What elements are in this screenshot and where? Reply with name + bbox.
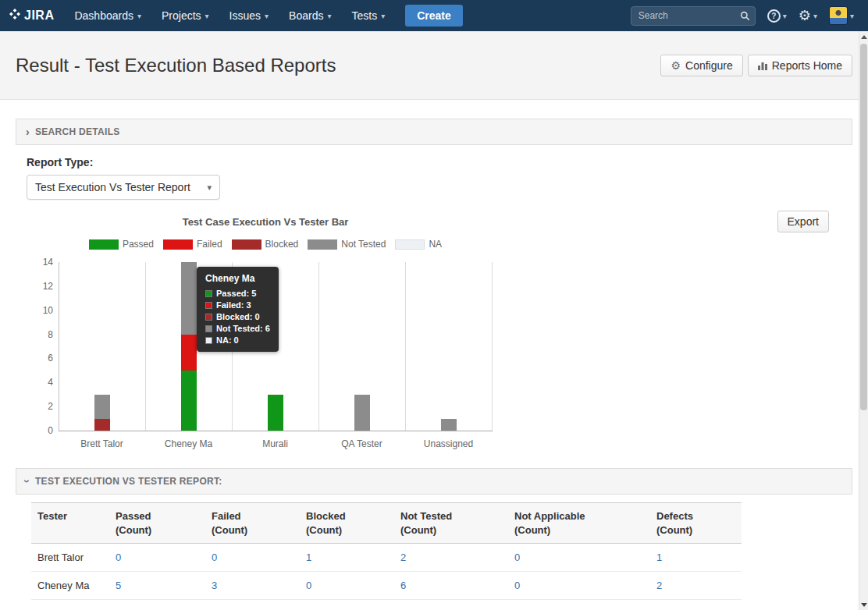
count-link[interactable]: 0 <box>306 580 311 591</box>
export-button[interactable]: Export <box>777 211 829 232</box>
bar-qa-tester-not-tested[interactable] <box>354 395 370 431</box>
chart-header: Test Case Execution Vs Tester Bar Export <box>16 211 852 236</box>
chevron-down-icon: ▾ <box>265 12 269 20</box>
legend-item-blocked: Blocked <box>232 239 299 250</box>
legend-swatch-not-tested <box>308 239 337 250</box>
legend-item-passed: Passed <box>89 239 154 250</box>
nav-item-projects[interactable]: Projects▾ <box>162 9 209 22</box>
help-menu[interactable]: ? ▾ <box>767 9 787 23</box>
reports-home-button[interactable]: Reports Home <box>748 55 852 76</box>
count-cell: 0 <box>205 600 300 610</box>
tooltip-row: Failed: 3 <box>205 300 270 310</box>
count-cell: 2 <box>650 572 742 600</box>
bar-unassigned-not-tested[interactable] <box>441 419 457 431</box>
column-header-label: Passed <box>116 509 199 523</box>
scrollbar-thumb[interactable] <box>860 44 867 410</box>
legend-item-failed: Failed <box>163 239 222 250</box>
chevron-down-icon: › <box>21 480 34 484</box>
y-axis-tick-label: 8 <box>22 329 53 340</box>
count-link[interactable]: 5 <box>116 580 121 591</box>
column-header-sub: (Count) <box>656 523 735 537</box>
count-link[interactable]: 1 <box>656 551 662 563</box>
tooltip-row: Passed: 5 <box>205 289 270 298</box>
nav-item-dashboards[interactable]: Dashboards▾ <box>74 9 141 22</box>
configure-button[interactable]: ⚙ Configure <box>660 55 742 76</box>
main-content: › SEARCH DETAILS Report Type: Test Execu… <box>0 119 868 610</box>
scrollbar-down-arrow-icon[interactable] <box>859 599 868 610</box>
tooltip-label: Failed: 3 <box>216 300 251 310</box>
count-cell: 0 <box>394 600 508 610</box>
nav-item-boards[interactable]: Boards▾ <box>289 9 331 22</box>
count-link[interactable]: 1 <box>306 551 311 563</box>
count-cell: 5 <box>109 572 205 600</box>
chevron-down-icon: ▾ <box>850 12 854 20</box>
bar-cheney-ma-passed[interactable] <box>181 371 197 431</box>
bar-murali-passed[interactable] <box>268 395 283 431</box>
nav-item-issues[interactable]: Issues▾ <box>229 9 269 22</box>
tooltip-row: NA: 0 <box>205 335 270 345</box>
count-link[interactable]: 0 <box>116 551 121 563</box>
search-details-label: SEARCH DETAILS <box>35 126 120 137</box>
gridline <box>405 262 406 431</box>
report-table-section-label: TEST EXECUTION VS TESTER REPORT: <box>35 476 222 487</box>
count-link[interactable]: 6 <box>400 580 406 591</box>
search-input[interactable] <box>631 6 756 26</box>
chevron-down-icon: ▾ <box>381 12 385 20</box>
tester-name-cell: Murali <box>31 600 109 610</box>
nav-item-label: Projects <box>162 9 201 22</box>
nav-item-tests[interactable]: Tests▾ <box>351 9 385 22</box>
legend-label: Blocked <box>265 239 299 250</box>
column-header-label: Defects <box>656 509 735 523</box>
admin-settings-menu[interactable]: ⚙ ▾ <box>799 9 817 23</box>
bar-brett-talor-not-tested[interactable] <box>94 395 110 419</box>
jira-logo-icon <box>9 9 20 23</box>
count-link[interactable]: 0 <box>514 551 520 563</box>
user-avatar <box>829 6 848 25</box>
count-link[interactable]: 3 <box>212 580 217 591</box>
column-header-blocked: Blocked(Count) <box>300 503 394 544</box>
bar-cheney-ma-not-tested[interactable] <box>181 262 197 335</box>
count-link[interactable]: 0 <box>514 580 520 591</box>
legend-item-not-tested: Not Tested <box>308 239 386 250</box>
nav-item-label: Issues <box>229 9 261 22</box>
legend-label: Failed <box>197 239 222 250</box>
x-axis-category-label: Cheney Ma <box>145 438 232 449</box>
tester-name-cell: Cheney Ma <box>31 572 109 600</box>
count-link[interactable]: 2 <box>400 551 406 563</box>
chevron-down-icon: ▾ <box>137 12 141 20</box>
report-table-section-header[interactable]: › TEST EXECUTION VS TESTER REPORT: <box>16 468 852 495</box>
column-header-sub: (Count) <box>514 523 644 537</box>
y-axis-tick-label: 2 <box>22 401 53 412</box>
column-header-not-tested: Not Tested(Count) <box>394 503 508 544</box>
search-details-section-header[interactable]: › SEARCH DETAILS <box>16 119 852 145</box>
nav-menu: Dashboards▾Projects▾Issues▾Boards▾Tests▾ <box>74 9 385 22</box>
count-cell: 1 <box>650 600 742 610</box>
scrollbar-up-arrow-icon[interactable] <box>859 31 868 42</box>
chart-title: Test Case Execution Vs Tester Bar <box>16 216 515 228</box>
gridline <box>492 262 493 431</box>
bar-cheney-ma-failed[interactable] <box>181 335 197 371</box>
column-header-label: Not Tested <box>400 509 502 523</box>
count-cell: 3 <box>109 600 205 610</box>
count-link[interactable]: 2 <box>656 580 662 591</box>
column-header-not-applicable: Not Applicable(Count) <box>508 503 650 544</box>
tooltip-label: Passed: 5 <box>216 289 256 298</box>
jira-logo-text: JIRA <box>24 9 54 23</box>
count-link[interactable]: 0 <box>212 551 217 563</box>
count-cell: 0 <box>109 544 205 572</box>
jira-logo[interactable]: JIRA <box>9 9 54 23</box>
chart-section: Test Case Execution Vs Tester Bar Export… <box>16 211 852 456</box>
legend-swatch-blocked <box>232 239 261 250</box>
create-button[interactable]: Create <box>405 5 463 27</box>
column-header-sub: (Count) <box>116 523 199 537</box>
vertical-scrollbar[interactable] <box>859 31 868 610</box>
count-cell: 6 <box>394 572 508 600</box>
report-type-select[interactable]: Test Execution Vs Tester Report ▾ <box>27 175 220 200</box>
table-row: Cheney Ma530602 <box>31 572 742 600</box>
bar-brett-talor-blocked[interactable] <box>94 419 110 431</box>
column-header-label: Not Applicable <box>514 509 644 523</box>
user-menu[interactable]: ▾ <box>829 6 854 25</box>
count-cell: 0 <box>300 572 394 600</box>
x-axis-line <box>59 431 493 431</box>
y-axis-tick-label: 14 <box>22 257 53 268</box>
